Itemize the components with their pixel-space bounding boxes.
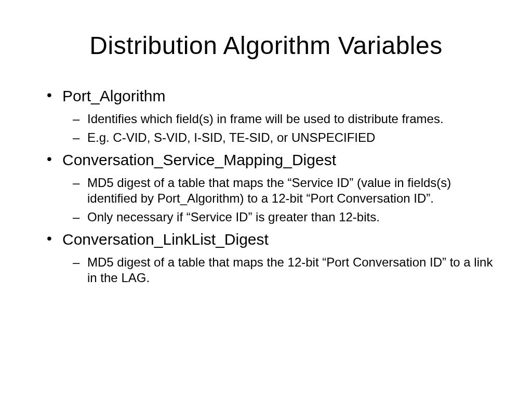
- list-item-label: Conversation_LinkList_Digest: [62, 231, 269, 248]
- slide-title: Distribution Algorithm Variables: [31, 31, 501, 60]
- list-item: Conversation_LinkList_Digest MD5 digest …: [47, 229, 501, 286]
- list-item: Conversation_Service_Mapping_Digest MD5 …: [47, 150, 501, 225]
- bullet-list-level1: Port_Algorithm Identifies which field(s)…: [47, 86, 501, 286]
- list-item: Port_Algorithm Identifies which field(s)…: [47, 86, 501, 145]
- list-item-label: Conversation_Service_Mapping_Digest: [62, 151, 336, 168]
- slide-content: Port_Algorithm Identifies which field(s)…: [31, 86, 501, 286]
- list-item-label: Port_Algorithm: [62, 87, 165, 104]
- list-item-text: Identifies which field(s) in frame will …: [87, 112, 444, 126]
- list-item-text: Only necessary if “Service ID” is greate…: [87, 210, 380, 224]
- list-item: E.g. C-VID, S-VID, I-SID, TE-SID, or UNS…: [73, 130, 501, 145]
- list-item: Only necessary if “Service ID” is greate…: [73, 209, 501, 225]
- list-item-text: MD5 digest of a table that maps the “Ser…: [87, 176, 451, 205]
- list-item-text: E.g. C-VID, S-VID, I-SID, TE-SID, or UNS…: [87, 130, 375, 144]
- bullet-list-level2: Identifies which field(s) in frame will …: [73, 111, 501, 145]
- bullet-list-level2: MD5 digest of a table that maps the 12-b…: [73, 255, 501, 286]
- list-item: MD5 digest of a table that maps the “Ser…: [73, 175, 501, 206]
- bullet-list-level2: MD5 digest of a table that maps the “Ser…: [73, 175, 501, 225]
- list-item: Identifies which field(s) in frame will …: [73, 111, 501, 127]
- list-item-text: MD5 digest of a table that maps the 12-b…: [87, 255, 493, 285]
- list-item: MD5 digest of a table that maps the 12-b…: [73, 255, 501, 286]
